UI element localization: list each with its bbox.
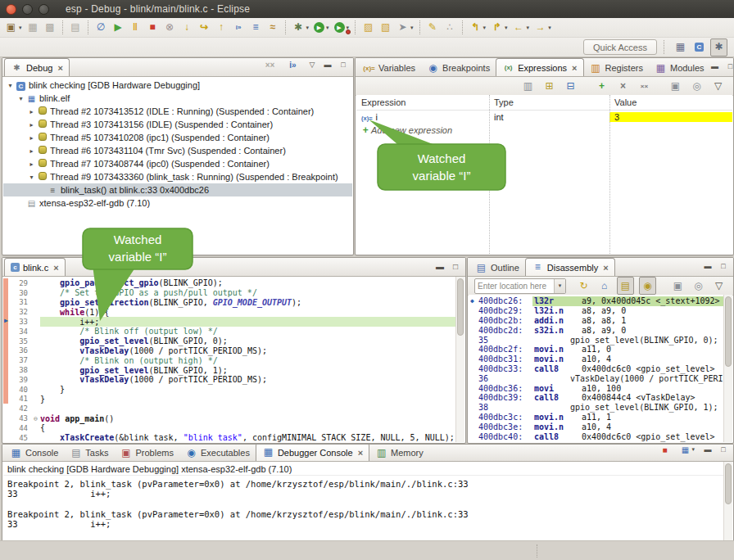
maximize-panel-icon[interactable]: □ <box>726 61 734 73</box>
close-tab-icon[interactable]: × <box>572 64 577 72</box>
view-menu-button[interactable]: ▽ <box>711 278 727 294</box>
close-tab-icon[interactable]: × <box>57 64 62 72</box>
step-return-button[interactable]: ↑ <box>214 20 229 36</box>
flash-launch-button[interactable]: ➤▾ <box>395 20 415 36</box>
console-output[interactable]: Breakpoint 2, blink_task (pvParameter=0x… <box>3 477 724 540</box>
use-step-filters-button[interactable]: ≈ <box>265 20 281 36</box>
debug-tree-item[interactable]: ▾▦blink.elf <box>3 92 352 105</box>
editor-scrollbar[interactable] <box>455 277 464 442</box>
new-view-button[interactable]: ▣ <box>670 278 686 294</box>
expression-row[interactable]: (x)=iint3 <box>356 111 732 124</box>
debug-tree-item[interactable]: ▤xtensa-esp32-elf-gdb (7.10) <box>3 196 352 210</box>
tab-executables[interactable]: ◉Executables <box>179 445 256 461</box>
minimize-panel-icon[interactable]: ▬ <box>703 444 713 456</box>
disconnect-button[interactable]: ⊗ <box>162 20 178 36</box>
maximize-panel-icon[interactable]: □ <box>718 444 728 456</box>
tab-expressions[interactable]: (x)Expressions× <box>496 58 583 76</box>
remove-all-terminated-button[interactable]: ×× <box>262 57 278 73</box>
debug-tree-item[interactable]: ▸Thread #5 1073410208 (ipc1) (Suspended … <box>3 131 352 144</box>
build-button[interactable]: ▤ <box>68 20 84 36</box>
remove-all-expressions-button[interactable]: ×× <box>637 78 652 94</box>
tab-debug[interactable]: ✱ Debug × <box>4 58 70 76</box>
debug-tree-item[interactable]: ▸Thread #3 1073413156 (IDLE) (Suspended … <box>3 118 352 131</box>
maximize-panel-icon[interactable]: □ <box>338 59 348 71</box>
maximize-panel-icon[interactable]: □ <box>718 260 728 273</box>
back-button[interactable]: ←▾ <box>511 20 532 36</box>
show-source-button[interactable]: ▤ <box>617 277 634 295</box>
code-editor[interactable]: 29 gpio_pad_select_gpio(BLINK_GPIO);30 /… <box>3 277 456 442</box>
debug-perspective-button[interactable]: ✱ <box>710 38 727 56</box>
sync-selection-button[interactable]: ◉ <box>639 277 656 295</box>
view-menu-icon[interactable]: ▽ <box>307 59 317 71</box>
location-input[interactable]: Enter location here <box>475 282 554 291</box>
show-type-names-button[interactable]: ▥ <box>520 78 536 94</box>
instruction-stepping-button[interactable]: i» <box>285 57 301 73</box>
external-tools-button[interactable]: ▶▾ <box>333 20 351 36</box>
run-button[interactable]: ▶▾ <box>312 20 331 36</box>
disassembly-listing[interactable]: ◆400dbc26:l32ra9, 0x400d045c <_stext+109… <box>469 295 724 442</box>
display-console-button[interactable]: ▦▾ <box>678 444 696 458</box>
column-header-expression[interactable]: Expression <box>356 97 489 107</box>
tab-variables[interactable]: (x)=Variables <box>357 60 421 76</box>
new-wizard-button[interactable]: ▣▾ <box>3 20 24 36</box>
import-folder-button[interactable]: ▧ <box>378 20 393 36</box>
maximize-window-button[interactable] <box>39 4 49 15</box>
save-all-button[interactable]: ▩ <box>43 20 58 36</box>
quick-access-button[interactable]: Quick Access <box>583 39 657 55</box>
minimize-window-button[interactable] <box>22 4 33 15</box>
open-folder-button[interactable]: ▨ <box>360 20 376 36</box>
tab-registers[interactable]: ▥Registers <box>584 60 649 76</box>
location-combo[interactable]: Enter location here ▼ <box>474 278 566 294</box>
tab-tasks[interactable]: ▤Tasks <box>64 445 114 461</box>
minimize-panel-icon[interactable]: ▬ <box>435 260 445 273</box>
pin-view-button[interactable]: ◎ <box>689 78 705 94</box>
debug-tree-item[interactable]: ▸Thread #6 1073431104 (Tmr Svc) (Suspend… <box>3 144 352 157</box>
tab-debugger-console[interactable]: ▦Debugger Console× <box>256 444 369 461</box>
expressions-table[interactable]: ExpressionTypeValue (x)=iint3+Add new ex… <box>356 95 732 254</box>
last-edit-location-button[interactable]: ↰▾ <box>468 20 488 36</box>
tab-problems[interactable]: ▣Problems <box>114 445 179 461</box>
disassembly-scrollbar[interactable] <box>723 295 732 442</box>
column-header-type[interactable]: Type <box>489 97 609 107</box>
terminate-button[interactable]: ■ <box>658 444 671 458</box>
close-tab-icon[interactable]: × <box>603 264 608 272</box>
tab-blink-c[interactable]: c blink.c × <box>4 258 66 276</box>
forward-button[interactable]: →▾ <box>532 20 553 36</box>
show-debug-toolbar-button[interactable]: ≡ <box>248 20 264 36</box>
combo-dropdown-icon[interactable]: ▼ <box>554 279 565 293</box>
add-expression-row[interactable]: +Add new expression <box>356 124 732 137</box>
console-scrollbar[interactable] <box>723 462 732 540</box>
view-menu-button[interactable]: ▽ <box>710 78 726 94</box>
minimize-panel-icon[interactable]: ▬ <box>703 260 713 273</box>
skip-all-breakpoints-button[interactable]: ∅ <box>93 20 109 36</box>
show-logical-structures-button[interactable]: ⊞ <box>541 78 557 94</box>
current-instruction-pointer-icon[interactable]: ▶ <box>4 317 8 324</box>
debug-tree-item[interactable]: ▸Thread #2 1073413512 (IDLE : Running) (… <box>3 105 352 118</box>
debug-tree-item[interactable]: ▾Cblink checking [GDB Hardware Debugging… <box>3 79 352 92</box>
stack-frame-item[interactable]: ≡blink_task() at blink.c:33 0x400dbc26 <box>3 183 352 196</box>
new-view-button[interactable]: ▣ <box>668 78 683 94</box>
next-annotation-button[interactable]: ↱▾ <box>489 20 510 36</box>
debug-launch-tree[interactable]: ▾Cblink checking [GDB Hardware Debugging… <box>3 77 352 254</box>
open-perspective-button[interactable]: ▦ <box>673 39 688 56</box>
tab-breakpoints[interactable]: ◉Breakpoints <box>421 60 496 76</box>
step-over-button[interactable]: ↪ <box>197 20 212 36</box>
collapse-all-button[interactable]: ⊟ <box>563 78 578 94</box>
step-into-button[interactable]: ↓ <box>179 20 195 36</box>
tab-console[interactable]: ▦Console <box>4 445 64 461</box>
debug-launch-button[interactable]: ✱▾ <box>291 20 311 36</box>
tab-modules[interactable]: ▦Modules <box>649 60 710 76</box>
format-brush-button[interactable]: ✎ <box>425 20 441 36</box>
cpp-perspective-button[interactable]: C <box>693 39 705 56</box>
expressions-table-header[interactable]: ExpressionTypeValue <box>356 95 732 111</box>
tab-memory[interactable]: ▥Memory <box>369 445 429 461</box>
resume-button[interactable]: ▶ <box>111 20 126 36</box>
close-tab-icon[interactable]: × <box>358 449 363 457</box>
close-window-button[interactable] <box>6 4 16 15</box>
pin-view-button[interactable]: ◎ <box>691 278 706 294</box>
team-sync-button[interactable]: ∴ <box>442 20 458 36</box>
remove-expression-button[interactable]: × <box>615 78 631 94</box>
add-expression-button[interactable]: + <box>594 78 609 94</box>
goto-pc-button[interactable]: ↻ <box>576 278 591 294</box>
debug-tree-item[interactable]: ▾Thread #9 1073433360 (blink_task : Runn… <box>3 170 352 183</box>
